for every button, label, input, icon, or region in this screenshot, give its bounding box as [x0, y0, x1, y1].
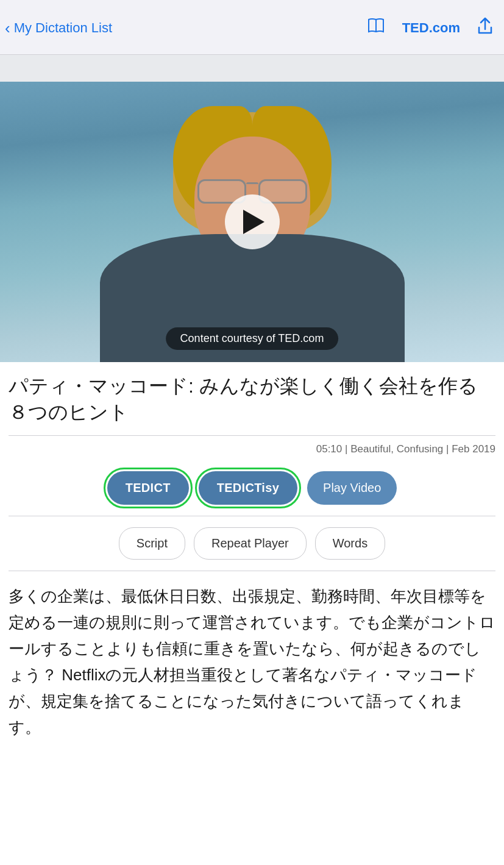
book-icon[interactable]: [367, 17, 385, 38]
share-icon[interactable]: [477, 17, 493, 39]
tedictisy-button[interactable]: TEDICTisy: [199, 471, 297, 505]
ted-link[interactable]: TED.com: [402, 20, 460, 36]
description-text: 多くの企業は、最低休日日数、出張規定、勤務時間、年次目標等を定める一連の規則に則…: [9, 571, 495, 758]
tab-buttons-row: Script Repeat Player Words: [9, 516, 495, 571]
words-tab-button[interactable]: Words: [315, 527, 385, 560]
talk-meta: 05:10 | Beautiful, Confusing | Feb 2019: [9, 436, 495, 463]
action-buttons-row: TEDICT TEDICTisy Play Video: [9, 463, 495, 513]
nav-right-actions: TED.com: [367, 17, 493, 39]
talk-title: パティ・マッコード: みんなが楽しく働く会社を作る８つのヒント: [9, 362, 495, 435]
chevron-left-icon: ‹: [5, 20, 10, 36]
navigation-bar: ‹ My Dictation List TED.com: [0, 0, 504, 55]
back-button[interactable]: ‹ My Dictation List: [5, 20, 112, 36]
script-tab-button[interactable]: Script: [119, 527, 185, 560]
play-button[interactable]: [225, 194, 280, 249]
back-label: My Dictation List: [14, 20, 112, 36]
play-video-button[interactable]: Play Video: [307, 471, 397, 505]
content-area: パティ・マッコード: みんなが楽しく働く会社を作る８つのヒント 05:10 | …: [0, 362, 504, 759]
repeat-player-tab-button[interactable]: Repeat Player: [194, 527, 307, 560]
video-caption: Content courtesy of TED.com: [166, 327, 339, 350]
address-bar: [0, 55, 504, 82]
tedict-button[interactable]: TEDICT: [107, 471, 189, 505]
video-thumbnail[interactable]: Content courtesy of TED.com: [0, 82, 504, 362]
play-triangle-icon: [243, 210, 264, 234]
